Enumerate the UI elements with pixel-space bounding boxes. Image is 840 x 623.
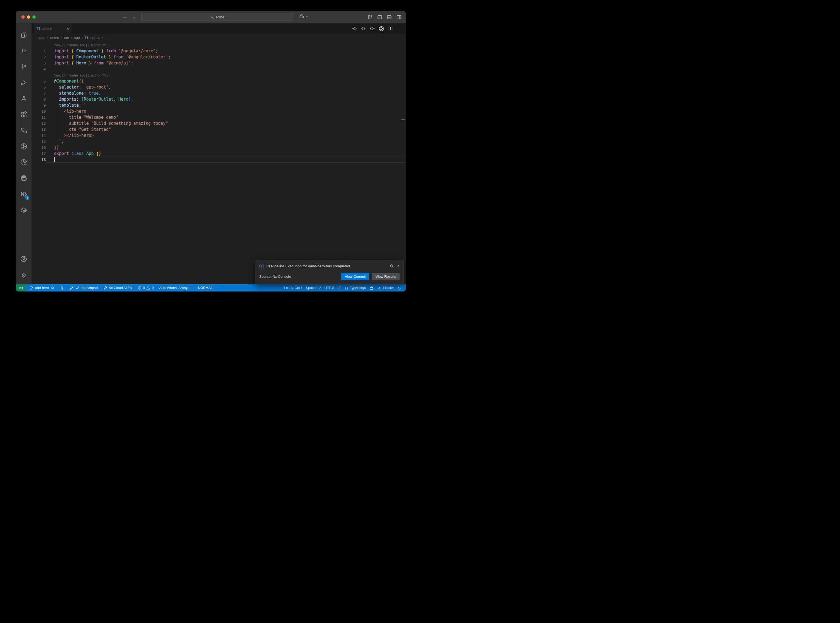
code-row[interactable]: 4 bbox=[32, 66, 406, 72]
code-row[interactable]: 15 `, bbox=[32, 138, 406, 144]
breadcrumb-item[interactable]: apps bbox=[38, 36, 45, 40]
code-token: RouterOutlet bbox=[84, 97, 113, 102]
code-row[interactable]: 9 template: ` bbox=[32, 102, 406, 108]
code-token: '@angular/core' bbox=[118, 49, 155, 54]
code-row[interactable]: 14 ></lib-hero> bbox=[32, 132, 406, 138]
nx-graph-circle-icon[interactable] bbox=[379, 26, 384, 31]
prettier-status[interactable]: Prettier bbox=[376, 286, 396, 290]
explorer-icon[interactable] bbox=[16, 27, 32, 43]
nx-graph-icon[interactable] bbox=[16, 138, 32, 154]
accounts-icon[interactable] bbox=[16, 251, 32, 267]
nx-cloud-fix-button[interactable]: Nx Cloud AI Fix bbox=[101, 286, 134, 290]
zoom-window-button[interactable] bbox=[32, 15, 36, 18]
view-commit-button[interactable]: View Commit bbox=[341, 273, 369, 280]
copilot-menu[interactable] bbox=[299, 14, 308, 18]
code-row[interactable]: 10 <lib-hero bbox=[32, 108, 406, 114]
close-window-button[interactable] bbox=[21, 15, 25, 18]
breadcrumb-item[interactable]: demo bbox=[50, 36, 59, 40]
overview-ruler-mark bbox=[401, 119, 405, 120]
code-row[interactable]: 1import { Component } from '@angular/cor… bbox=[32, 48, 406, 54]
code-token: <lib-hero bbox=[54, 109, 86, 114]
toggle-panel-icon[interactable] bbox=[387, 15, 392, 20]
connected-boxes-icon[interactable] bbox=[16, 123, 32, 138]
run-icon[interactable] bbox=[361, 26, 365, 31]
nx-logo-n: N bbox=[21, 191, 24, 197]
code-editor[interactable]: You, 26 minutes ago | 1 author (You)1imp… bbox=[32, 41, 406, 284]
notifications-bell[interactable] bbox=[396, 286, 403, 290]
notification-settings-gear-icon[interactable]: ⚙ bbox=[390, 264, 393, 269]
code-row[interactable]: 8 imports: [RouterOutlet, Hero], bbox=[32, 96, 406, 102]
encoding-status[interactable]: UTF-8 bbox=[322, 286, 335, 290]
more-actions-icon[interactable]: ··· bbox=[397, 26, 402, 31]
close-tab-icon[interactable]: × bbox=[66, 26, 69, 31]
breadcrumb-item[interactable]: src bbox=[64, 36, 69, 40]
toggle-secondary-sidebar-icon[interactable] bbox=[396, 15, 401, 20]
tab-app-ts[interactable]: TS app.ts × bbox=[34, 23, 72, 34]
git-graph-button[interactable] bbox=[58, 286, 66, 290]
notification-close-icon[interactable]: × bbox=[397, 264, 400, 269]
code-token: export bbox=[54, 151, 71, 156]
blame-row[interactable]: You, 26 minutes ago | 1 author (You) bbox=[32, 42, 406, 48]
code-row[interactable]: 7 standalone: true, bbox=[32, 90, 406, 96]
code-row[interactable]: 12 subtitle="Build something amazing tod… bbox=[32, 120, 406, 126]
branch-name: add-hero bbox=[35, 286, 49, 290]
code-row[interactable]: 18 bbox=[32, 157, 406, 163]
command-center-search[interactable]: acme bbox=[141, 13, 293, 21]
run-and-debug-icon[interactable] bbox=[16, 75, 32, 91]
breadcrumb-file[interactable]: app.ts bbox=[91, 36, 100, 40]
customize-layout-icon[interactable] bbox=[368, 15, 373, 20]
line-number: 15 bbox=[32, 138, 46, 144]
code-row[interactable]: 3import { Hero } from '@acme/ui'; bbox=[32, 60, 406, 66]
code-row[interactable]: 16}) bbox=[32, 144, 406, 150]
containers-icon[interactable] bbox=[16, 202, 32, 218]
braces-icon: {} bbox=[344, 286, 348, 290]
blame-row[interactable]: You, 26 minutes ago | 1 author (You) bbox=[32, 72, 406, 78]
eol-status[interactable]: LF bbox=[336, 286, 343, 290]
language-mode-status[interactable]: {} TypeScript bbox=[343, 286, 367, 290]
code-row[interactable]: 6 selector: 'app-root', bbox=[32, 84, 406, 90]
code-row[interactable]: 13 cta="Get Started" bbox=[32, 126, 406, 132]
traffic-lights bbox=[21, 15, 36, 18]
run-forward-icon[interactable] bbox=[370, 26, 375, 31]
code-row[interactable]: 5@Component({ bbox=[32, 78, 406, 84]
testing-icon[interactable] bbox=[16, 91, 32, 107]
code-token: { bbox=[71, 49, 74, 54]
search-icon[interactable] bbox=[16, 43, 32, 59]
bell-icon bbox=[397, 286, 401, 290]
toggle-primary-sidebar-icon[interactable] bbox=[377, 15, 382, 20]
launchpad-button[interactable]: Launchpad bbox=[68, 286, 99, 290]
line-number: 10 bbox=[32, 108, 46, 114]
auto-attach-status[interactable]: Auto Attach: Always bbox=[157, 286, 191, 290]
navigate-forward-icon[interactable]: → bbox=[131, 14, 137, 20]
graph-search-icon[interactable] bbox=[16, 154, 32, 170]
swirl-logo-icon[interactable] bbox=[16, 170, 32, 186]
run-back-icon[interactable] bbox=[352, 26, 357, 31]
indentation-status[interactable]: Spaces: 2 bbox=[304, 286, 323, 290]
settings-gear-icon[interactable]: ⚙ bbox=[16, 267, 32, 284]
git-branch-status[interactable]: add-hero bbox=[28, 286, 56, 290]
vim-mode-status[interactable]: -- NORMAL -- bbox=[193, 286, 218, 290]
cursor-position-status[interactable]: Ln 18, Col 1 bbox=[282, 286, 304, 290]
copilot-status[interactable] bbox=[368, 286, 376, 290]
nx-console-icon[interactable]: N❯ 2 bbox=[16, 186, 32, 202]
extensions-icon[interactable] bbox=[16, 107, 32, 123]
minimize-window-button[interactable] bbox=[27, 15, 30, 18]
problems-status[interactable]: 0 0 bbox=[136, 286, 155, 290]
navigate-back-icon[interactable]: ← bbox=[122, 14, 127, 20]
code-row[interactable]: 2import { RouterOutlet } from '@angular/… bbox=[32, 54, 406, 60]
line-number: 1 bbox=[32, 48, 46, 54]
notification-title: CI Pipeline Execution for #add-hero has … bbox=[266, 264, 387, 268]
split-editor-icon[interactable] bbox=[388, 26, 393, 31]
remote-indicator[interactable]: >< bbox=[16, 284, 26, 292]
code-row[interactable]: 11 title="Welcmoe demo" bbox=[32, 114, 406, 120]
typescript-file-icon: TS bbox=[85, 36, 89, 39]
view-results-button[interactable]: View Results bbox=[372, 273, 400, 280]
code-token: '@angular/router' bbox=[126, 55, 168, 60]
breadcrumb-item[interactable]: app bbox=[74, 36, 80, 40]
breadcrumb-symbol-ellipsis[interactable]: … bbox=[105, 36, 109, 40]
line-number: 11 bbox=[32, 114, 46, 120]
code-row[interactable]: 17export class App {} bbox=[32, 150, 406, 157]
source-control-icon[interactable] bbox=[16, 59, 32, 75]
code-token: ></lib-hero> bbox=[54, 133, 94, 138]
code-token: { bbox=[81, 79, 84, 84]
